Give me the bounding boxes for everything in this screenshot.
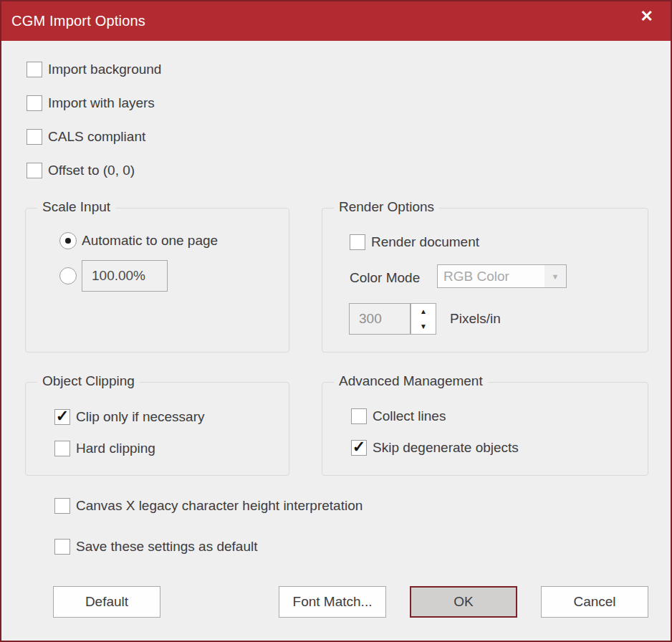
- radio-custom-scale[interactable]: 100.00%: [59, 259, 168, 293]
- radio-button[interactable]: [59, 232, 77, 249]
- scale-percent-input[interactable]: 100.00%: [82, 260, 168, 292]
- color-mode-value: RGB Color: [438, 265, 544, 287]
- group-render-options: Render Options Render document Color Mod…: [322, 208, 648, 353]
- checkbox-box[interactable]: [350, 234, 365, 250]
- checkbox-clip-only-if-necessary[interactable]: ✓ Clip only if necessary: [54, 406, 205, 428]
- titlebar[interactable]: CGM Import Options ✕: [1, 1, 671, 41]
- checkbox-label: Hard clipping: [76, 441, 155, 456]
- checkbox-render-document[interactable]: Render document: [350, 231, 479, 254]
- spin-up-icon[interactable]: ▲: [411, 304, 436, 319]
- font-match-button[interactable]: Font Match...: [279, 586, 386, 618]
- checkbox-import-background[interactable]: Import background: [27, 58, 161, 81]
- checkbox-box[interactable]: ✓: [54, 409, 70, 425]
- color-mode-label: Color Mode: [350, 266, 420, 289]
- checkbox-box[interactable]: [54, 441, 70, 456]
- close-icon[interactable]: ✕: [640, 9, 653, 24]
- radio-automatic-to-one-page[interactable]: Automatic to one page: [59, 231, 218, 251]
- checkbox-label: Collect lines: [373, 408, 446, 424]
- checkbox-collect-lines[interactable]: Collect lines: [351, 405, 446, 428]
- cgm-import-options-dialog: CGM Import Options ✕ Import background I…: [0, 0, 672, 642]
- checkbox-label: Canvas X legacy character height interpr…: [76, 498, 363, 514]
- resolution-stepper[interactable]: ▲ ▼: [411, 303, 436, 335]
- checkbox-label: Import background: [48, 62, 161, 77]
- checkbox-box[interactable]: [27, 129, 42, 145]
- checkbox-box[interactable]: [27, 163, 42, 178]
- spin-down-icon[interactable]: ▼: [411, 319, 436, 334]
- checkbox-box[interactable]: [54, 498, 70, 514]
- checkbox-box[interactable]: [27, 95, 42, 111]
- checkbox-box[interactable]: [27, 62, 42, 77]
- group-legend: Object Clipping: [37, 373, 140, 389]
- checkbox-label: Clip only if necessary: [76, 409, 205, 425]
- checkbox-box[interactable]: [54, 539, 70, 555]
- resolution-unit-label: Pixels/in: [450, 303, 501, 335]
- radio-label: Automatic to one page: [82, 233, 218, 249]
- checkbox-import-with-layers[interactable]: Import with layers: [27, 92, 155, 115]
- checkbox-label: Skip degenerate objects: [373, 440, 519, 456]
- dialog-title: CGM Import Options: [1, 13, 145, 29]
- group-advanced-management: Advanced Management Collect lines ✓ Skip…: [322, 382, 648, 476]
- checkbox-label: CALS compliant: [48, 129, 145, 145]
- checkbox-canvas-x-legacy[interactable]: Canvas X legacy character height interpr…: [54, 494, 363, 517]
- checkbox-cals-compliant[interactable]: CALS compliant: [27, 125, 145, 148]
- radio-button[interactable]: [59, 267, 77, 284]
- group-legend: Render Options: [334, 199, 439, 215]
- cancel-button[interactable]: Cancel: [541, 586, 648, 618]
- checkbox-offset-to-origin[interactable]: Offset to (0, 0): [27, 159, 135, 182]
- checkbox-box[interactable]: ✓: [351, 440, 367, 456]
- checkmark-icon: ✓: [352, 439, 365, 455]
- checkbox-skip-degenerate-objects[interactable]: ✓ Skip degenerate objects: [351, 436, 519, 459]
- resolution-input[interactable]: 300: [349, 303, 411, 335]
- color-mode-dropdown[interactable]: RGB Color ▼: [437, 264, 567, 288]
- group-object-clipping: Object Clipping ✓ Clip only if necessary…: [25, 382, 289, 476]
- checkbox-label: Render document: [371, 234, 479, 250]
- checkbox-label: Import with layers: [48, 95, 155, 111]
- checkbox-hard-clipping[interactable]: Hard clipping: [54, 437, 155, 460]
- group-legend: Scale Input: [37, 199, 115, 215]
- group-legend: Advanced Management: [334, 373, 488, 389]
- checkbox-save-settings-default[interactable]: Save these settings as default: [54, 535, 258, 558]
- group-scale-input: Scale Input Automatic to one page 100.00…: [25, 208, 289, 353]
- checkbox-label: Save these settings as default: [76, 539, 258, 555]
- default-button[interactable]: Default: [53, 586, 160, 618]
- checkbox-box[interactable]: [351, 408, 367, 424]
- checkmark-icon: ✓: [56, 408, 69, 424]
- ok-button[interactable]: OK: [410, 586, 517, 618]
- checkbox-label: Offset to (0, 0): [48, 163, 135, 178]
- chevron-down-icon[interactable]: ▼: [544, 265, 566, 287]
